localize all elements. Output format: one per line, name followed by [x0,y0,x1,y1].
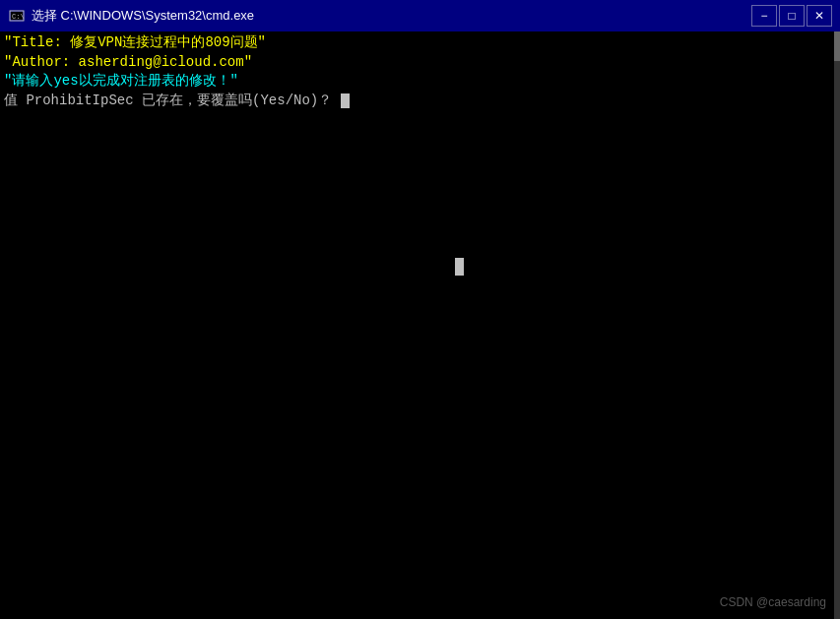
terminal-body[interactable]: "Title: 修复VPN连接过程中的809问题" "Author: asher… [0,31,840,619]
center-cursor [455,258,464,276]
terminal-line-2: "Author: asherding@icloud.com" [4,53,836,73]
close-button[interactable]: ✕ [807,5,832,27]
title-bar: C:\ 选择 C:\WINDOWS\System32\cmd.exe − □ ✕ [0,0,840,31]
watermark: CSDN @caesarding [720,595,826,609]
minimize-button[interactable]: − [751,5,777,27]
scrollbar[interactable] [834,31,840,619]
maximize-button[interactable]: □ [779,5,805,27]
terminal-line-3: "请输入yes以完成对注册表的修改！" [4,72,836,92]
cmd-window: C:\ 选择 C:\WINDOWS\System32\cmd.exe − □ ✕… [0,0,840,619]
terminal-line-4: 值 ProhibitIpSec 已存在，要覆盖吗(Yes/No)？ [4,92,836,111]
svg-text:C:\: C:\ [12,13,25,21]
scrollbar-thumb[interactable] [834,31,840,61]
title-bar-text: 选择 C:\WINDOWS\System32\cmd.exe [32,7,751,25]
cmd-icon: C:\ [8,7,26,25]
cursor [341,93,350,108]
terminal-line-1: "Title: 修复VPN连接过程中的809问题" [4,33,836,53]
title-bar-controls: − □ ✕ [751,5,832,27]
